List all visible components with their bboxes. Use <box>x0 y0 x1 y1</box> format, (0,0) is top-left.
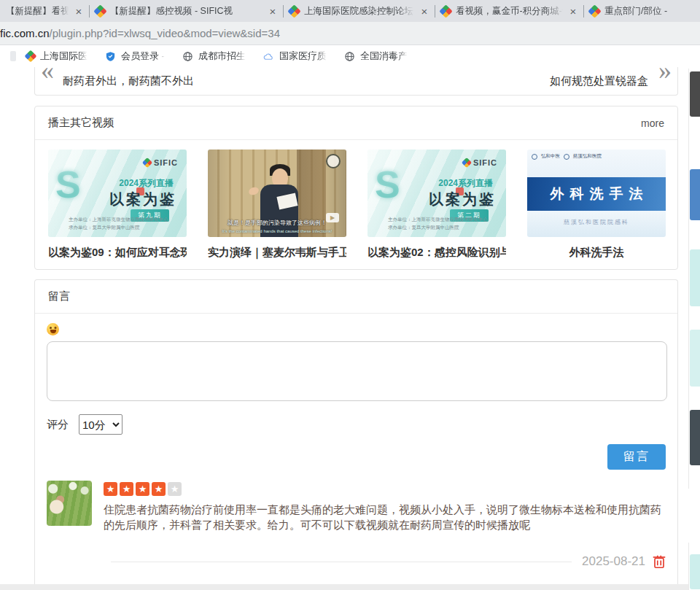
organizer-line-1: 主办单位：上海斯菲克微生物应用技术研究中心 <box>388 217 488 222</box>
sific-favicon-icon <box>25 50 37 63</box>
browser-tab-5[interactable]: 重点部门/部位 - <box>584 0 693 22</box>
video-thumbnail[interactable]: S SIFIC 2024系列直播 以案为鉴 第二期 主办单位：上海斯菲克微生物应… <box>368 150 506 237</box>
url-path: /plugin.php?id=xlwsq_video&mod=view&sid=… <box>50 27 280 39</box>
browser-tab-4[interactable]: 看视频，赢金币-积分商城-讨× <box>435 0 583 22</box>
url-text[interactable]: fic.com.cn/plugin.php?id=xlwsq_video&mod… <box>0 27 280 39</box>
bookmark-label: 国家医疗质 <box>279 50 327 63</box>
series-main-title: 以案为鉴 <box>429 190 496 209</box>
band-title-text: 外科洗手法 <box>545 185 649 203</box>
browser-url-bar[interactable]: fic.com.cn/plugin.php?id=xlwsq_video&mod… <box>0 22 700 45</box>
sific-favicon-icon <box>93 4 106 18</box>
video-card-1[interactable]: S SIFIC 2024系列直播 以案为鉴 第九期 主办单位：上海斯菲克微生物应… <box>48 150 187 260</box>
browser-tab-2[interactable]: 【新提醒】感控视频 - SIFIC视× <box>90 0 283 22</box>
video-title[interactable]: 外科洗手法 <box>527 246 666 260</box>
sidebar-thumbnail-fragment[interactable] <box>690 410 700 465</box>
tab-close-icon[interactable]: × <box>419 6 430 17</box>
close-quote-icon: » <box>658 57 672 83</box>
comments-title: 留言 <box>48 290 70 303</box>
star-filled-icon: ★ <box>152 482 166 496</box>
comment-date: 2025-08-21 <box>582 554 645 569</box>
commenter-avatar[interactable] <box>47 481 92 526</box>
browser-tab-bar: 【新提醒】看视频，赢金币-积×【新提醒】感控视频 - SIFIC视×上海国际医院… <box>0 0 700 22</box>
page-content: « 耐药君外出，耐药菌不外出 如何规范处置锐器盒 » 播主其它视频 more S… <box>0 67 700 590</box>
tab-title: 上海国际医院感染控制论坛 - <box>304 5 414 18</box>
star-filled-icon: ★ <box>104 482 117 496</box>
shield-icon <box>105 51 116 62</box>
video-title[interactable]: 以案为鉴02：感控风险识别与... <box>368 246 506 260</box>
tab-close-icon[interactable]: × <box>267 6 279 17</box>
smiley-emoji-icon[interactable] <box>47 323 59 335</box>
other-videos-title: 播主其它视频 <box>48 116 114 130</box>
page-bottom-strip <box>0 584 688 590</box>
tab-title: 【新提醒】看视频，赢金币-积 <box>6 5 69 18</box>
bookmark-label: 成都市招生 <box>198 50 246 63</box>
browser-tab-3[interactable]: 上海国际医院感染控制论坛 -× <box>284 0 435 22</box>
browser-tab-1[interactable]: 【新提醒】看视频，赢金币-积× <box>0 0 89 22</box>
bookmark-item-5[interactable]: 全国消毒产 <box>344 50 408 63</box>
cloud-icon <box>263 51 274 62</box>
comments-card: 留言 评分 10分 留言 ★★★★★ 住院患者抗菌药物治疗前使用率一直都是头痛的… <box>34 279 678 590</box>
video-title[interactable]: 以案为鉴09：如何应对耳念珠... <box>48 246 187 260</box>
video-subtitle-cn: 就是！是手部的污染导致了这些病例！ <box>208 219 346 227</box>
rating-select[interactable]: 10分 <box>79 414 122 435</box>
bookmark-label: 全国消毒产 <box>360 50 408 63</box>
hospital-logo-text-2: 慈溪弘和医院 <box>573 153 602 160</box>
star-filled-icon: ★ <box>136 482 149 496</box>
video-card-2[interactable]: ▶ 就是！是手部的污染导致了这些病例！ It's the contaminate… <box>208 150 346 260</box>
comments-header: 留言 <box>35 280 677 314</box>
comment-footer: 2025-08-21 <box>111 554 666 569</box>
prev-video-link[interactable]: 耐药君外出，耐药菌不外出 <box>63 74 194 88</box>
rating-label: 评分 <box>47 418 69 432</box>
globe-icon <box>344 51 355 62</box>
rating-row: 评分 10分 <box>47 414 666 435</box>
comment-item: ★★★★★ 住院患者抗菌药物治疗前使用率一直都是头痛的老大难问题，视频从小处入手… <box>47 481 666 532</box>
organizer-lines: 主办单位：上海斯菲克微生物应用技术研究中心承办单位：复旦大学附属中山医院 <box>388 215 488 231</box>
comment-content: ★★★★★ 住院患者抗菌药物治疗前使用率一直都是头痛的老大难问题，视频从小处入手… <box>104 481 666 532</box>
delete-comment-icon[interactable] <box>653 554 666 569</box>
more-link[interactable]: more <box>641 117 664 129</box>
sific-logo: SIFIC <box>463 158 497 167</box>
bookmark-item-3[interactable]: 成都市招生 <box>182 50 246 63</box>
bookmark-label: 会员登录 - <box>121 50 165 63</box>
tab-close-icon[interactable]: × <box>567 6 579 17</box>
comment-input[interactable] <box>47 341 667 401</box>
sidebar-thumbnail-fragment[interactable] <box>690 71 700 117</box>
round-seal-icon <box>326 154 341 168</box>
tab-close-icon[interactable]: × <box>73 6 85 17</box>
video-thumbnail[interactable]: ▶ 就是！是手部的污染导致了这些病例！ It's the contaminate… <box>208 150 346 237</box>
organizer-line-1: 主办单位：上海斯菲克微生物应用技术研究中心 <box>69 217 168 222</box>
footer-divider <box>111 562 572 562</box>
comment-text: 住院患者抗菌药物治疗前使用率一直都是头痛的老大难问题，视频从小处入手，说明了微生… <box>104 502 666 532</box>
tab-title: 重点部门/部位 - <box>604 5 689 18</box>
sidebar-card-edge <box>688 543 689 590</box>
sidebar-card-edge <box>688 69 689 489</box>
sidebar-thumbnail-fragment[interactable] <box>690 554 700 589</box>
next-video-link[interactable]: 如何规范处置锐器盒 <box>550 74 648 88</box>
tab-title: 看视频，赢金币-积分商城-讨 <box>456 5 563 18</box>
prev-next-banner: « 耐药君外出，耐药菌不外出 如何规范处置锐器盒 » <box>34 67 678 96</box>
sific-logo-text: SIFIC <box>473 158 497 167</box>
sific-diamond-icon <box>462 158 472 168</box>
hospital-logos: 弘和中医慈溪弘和医院 <box>532 153 602 160</box>
video-thumbnail[interactable]: 弘和中医慈溪弘和医院 外科洗手法 慈溪弘和医院院感科 <box>527 150 666 237</box>
series-label: 2024系列直播 <box>119 177 174 190</box>
sidebar-thumbnail-fragment[interactable] <box>690 330 700 387</box>
sific-favicon-icon <box>439 4 452 18</box>
sidebar-thumbnail-fragment[interactable] <box>690 169 700 220</box>
video-card-3[interactable]: S SIFIC 2024系列直播 以案为鉴 第二期 主办单位：上海斯菲克微生物应… <box>368 150 506 260</box>
organizer-line-2: 承办单位：复旦大学附属中山医院 <box>388 225 459 230</box>
sific-favicon-icon <box>287 4 300 18</box>
sific-s-watermark: S <box>375 166 400 203</box>
bookmark-item-1[interactable]: 上海国际医 <box>26 50 88 63</box>
sific-favicon-icon <box>588 4 601 18</box>
bookmark-item-2[interactable]: 会员登录 - <box>105 50 165 63</box>
video-title[interactable]: 实力演绎｜塞麦尔韦斯与手卫... <box>208 246 346 260</box>
hospital-logo-icon <box>532 154 537 160</box>
submit-comment-button[interactable]: 留言 <box>607 444 666 470</box>
globe-icon <box>182 51 193 62</box>
video-card-4[interactable]: 弘和中医慈溪弘和医院 外科洗手法 慈溪弘和医院院感科 外科洗手法 <box>527 150 666 260</box>
submit-row: 留言 <box>47 444 666 470</box>
sidebar-thumbnail-fragment[interactable] <box>690 249 700 306</box>
bookmark-item-4[interactable]: 国家医疗质 <box>263 50 327 63</box>
video-thumbnail[interactable]: S SIFIC 2024系列直播 以案为鉴 第九期 主办单位：上海斯菲克微生物应… <box>48 150 187 237</box>
